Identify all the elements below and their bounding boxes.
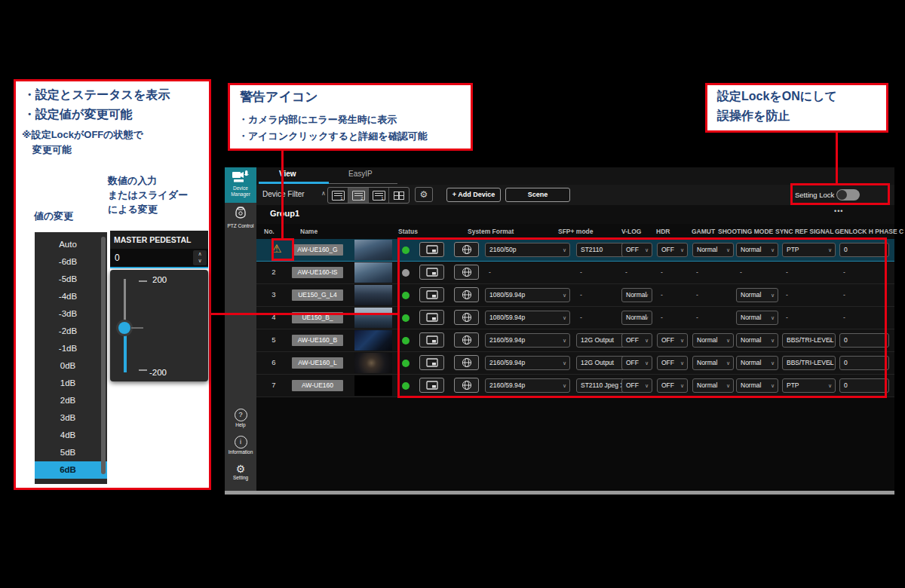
gain-option[interactable]: 6dB bbox=[35, 461, 107, 479]
screen-button[interactable] bbox=[419, 355, 444, 370]
sidebar-item-ptz-control[interactable]: PTZ Control bbox=[225, 203, 256, 236]
setting-lock-toggle[interactable] bbox=[836, 189, 860, 201]
table-row[interactable]: 4UE150_B_1080/59.94p∨-Normal∨--Normal∨-- bbox=[256, 307, 894, 329]
gain-option[interactable]: 0dB bbox=[35, 357, 107, 375]
v-log-select[interactable]: OFF∨ bbox=[621, 333, 652, 348]
system-format-select[interactable]: 2160/59.94p∨ bbox=[485, 333, 570, 348]
web-button[interactable] bbox=[454, 355, 479, 370]
screen-button[interactable] bbox=[419, 310, 444, 325]
gain-option[interactable]: 2dB bbox=[35, 392, 107, 409]
table-row[interactable]: 2AW-UE160-IS-------- bbox=[256, 262, 894, 284]
gamut-select[interactable]: Normal∨ bbox=[692, 243, 734, 257]
genlock-h-phase-input[interactable]: 0 bbox=[839, 243, 889, 257]
scene-management-button[interactable]: Scene Management bbox=[505, 188, 570, 202]
gain-option[interactable]: -4dB bbox=[35, 288, 107, 305]
table-row[interactable]: 6AW-UE160_L2160/59.94p∨12G Output∨OFF∨OF… bbox=[256, 352, 894, 375]
sidebar-item-setting[interactable]: ⚙ Setting bbox=[225, 463, 256, 481]
gain-option[interactable]: -1dB bbox=[35, 340, 107, 357]
genlock-h-phase-input[interactable]: 0 bbox=[839, 378, 889, 393]
screen-button[interactable] bbox=[419, 265, 444, 280]
web-button[interactable] bbox=[454, 287, 479, 302]
v-log-select[interactable]: OFF∨ bbox=[621, 378, 652, 393]
camera-thumbnail[interactable] bbox=[354, 285, 392, 305]
table-row[interactable]: 3UE150_G_L41080/59.94p∨-Normal∨--Normal∨… bbox=[256, 284, 894, 307]
gamut-select[interactable]: Normal∨ bbox=[692, 378, 734, 393]
add-device-button[interactable]: + Add Device bbox=[446, 188, 501, 202]
genlock-h-phase-value: - bbox=[839, 265, 889, 280]
gain-option[interactable]: 1dB bbox=[35, 375, 107, 392]
system-format-select[interactable]: 2160/59.94p∨ bbox=[485, 356, 570, 370]
layout-list1-button[interactable]: 1 bbox=[328, 188, 348, 203]
hdr-select[interactable]: OFF∨ bbox=[657, 333, 688, 348]
v-log-select[interactable]: OFF∨ bbox=[621, 243, 652, 257]
gain-option[interactable]: 3dB bbox=[35, 409, 107, 427]
shooting-mode-select[interactable]: Normal∨ bbox=[736, 356, 778, 370]
hdr-select[interactable]: OFF∨ bbox=[657, 378, 688, 393]
chevron-up-icon[interactable]: ∧ bbox=[321, 190, 326, 197]
gain-option[interactable]: 5dB bbox=[35, 444, 107, 461]
screen-button[interactable] bbox=[419, 242, 444, 257]
sync-ref-signal-select[interactable]: PTP∨ bbox=[782, 378, 836, 393]
hdr-select[interactable]: OFF∨ bbox=[657, 243, 688, 257]
gamut-select[interactable]: Normal∨ bbox=[692, 333, 734, 348]
camera-thumbnail[interactable] bbox=[354, 375, 392, 396]
camera-thumbnail[interactable] bbox=[354, 262, 392, 283]
genlock-h-phase-input[interactable]: 0 bbox=[839, 333, 889, 348]
camera-thumbnail[interactable] bbox=[354, 240, 392, 260]
master-pedestal-input[interactable]: 0 ∧∨ bbox=[110, 249, 208, 268]
gain-option[interactable]: -2dB bbox=[35, 323, 107, 340]
warning-icon[interactable]: ⚠ bbox=[272, 242, 281, 256]
system-format-select[interactable]: 1080/59.94p∨ bbox=[485, 311, 570, 325]
v-log-select[interactable]: OFF∨ bbox=[621, 356, 652, 370]
sync-ref-signal-select[interactable]: PTP∨ bbox=[782, 243, 836, 257]
shooting-mode-select[interactable]: Normal∨ bbox=[736, 288, 778, 302]
sidebar-item-help[interactable]: ? Help bbox=[225, 409, 256, 428]
gain-option[interactable]: 4dB bbox=[35, 427, 107, 444]
v-log-select[interactable]: Normal∨ bbox=[621, 311, 652, 325]
system-format-value: - bbox=[485, 265, 570, 280]
shooting-mode-select[interactable]: Normal∨ bbox=[736, 243, 778, 257]
hdr-select[interactable]: OFF∨ bbox=[657, 356, 688, 370]
camera-thumbnail[interactable] bbox=[354, 353, 392, 373]
shooting-mode-select[interactable]: Normal∨ bbox=[736, 333, 778, 348]
gain-option[interactable]: -6dB bbox=[35, 253, 107, 271]
web-button[interactable] bbox=[454, 332, 479, 348]
sidebar-item-device-manager[interactable]: Device Manager bbox=[225, 167, 256, 203]
table-row[interactable]: 5AW-UE160_B2160/59.94p∨12G Output∨OFF∨OF… bbox=[256, 329, 894, 352]
web-button[interactable] bbox=[454, 265, 479, 280]
table-row[interactable]: 7AW-UE1602160/59.94p∨ST2110 Jpeg XS∨OFF∨… bbox=[256, 375, 894, 397]
camera-thumbnail[interactable] bbox=[354, 330, 392, 351]
shooting-mode-select[interactable]: Normal∨ bbox=[736, 311, 778, 325]
shooting-mode-select[interactable]: Normal∨ bbox=[736, 378, 778, 393]
gain-option[interactable]: -3dB bbox=[35, 305, 107, 323]
layout-list2-button[interactable]: 2 bbox=[348, 188, 369, 203]
sidebar-item-information[interactable]: i Information bbox=[225, 436, 256, 455]
layout-detail-button[interactable]: 1 bbox=[369, 188, 389, 203]
system-format-select[interactable]: 1080/59.94p∨ bbox=[485, 288, 570, 302]
spinner-control[interactable]: ∧∨ bbox=[193, 250, 207, 265]
genlock-h-phase-input[interactable]: 0 bbox=[839, 356, 889, 370]
sync-ref-signal-select[interactable]: BBS/TRI-LEVEL∨ bbox=[782, 333, 836, 348]
system-format-select[interactable]: 2160/50p∨ bbox=[485, 243, 570, 257]
web-button[interactable] bbox=[454, 310, 479, 325]
slider-thumb[interactable] bbox=[118, 322, 130, 334]
table-row[interactable]: ⚠AW-UE160_G2160/50p∨ST2110∨OFF∨OFF∨Norma… bbox=[256, 239, 894, 262]
web-button[interactable] bbox=[454, 378, 479, 393]
screen-button[interactable] bbox=[419, 378, 444, 393]
screen-button[interactable] bbox=[419, 332, 444, 348]
gain-option[interactable]: -5dB bbox=[35, 271, 107, 288]
system-format-select[interactable]: 2160/59.94p∨ bbox=[485, 378, 570, 393]
gamut-select[interactable]: Normal∨ bbox=[692, 356, 734, 370]
screen-button[interactable] bbox=[419, 287, 444, 302]
tab-easyip[interactable]: EasyIP bbox=[348, 170, 373, 178]
scrollbar[interactable] bbox=[101, 237, 106, 474]
web-button[interactable] bbox=[454, 242, 479, 257]
gain-option[interactable]: Auto bbox=[35, 236, 107, 253]
sync-ref-signal-select[interactable]: BBS/TRI-LEVEL∨ bbox=[782, 356, 836, 370]
group-menu-dots[interactable]: ••• bbox=[834, 207, 843, 215]
layout-grid-button[interactable] bbox=[389, 188, 409, 203]
v-log-select[interactable]: Normal∨ bbox=[621, 288, 652, 302]
view-settings-gear-button[interactable]: ⚙ bbox=[415, 187, 433, 202]
camera-thumbnail[interactable] bbox=[354, 308, 392, 328]
column-header: SYNC REF SIGNAL bbox=[775, 228, 833, 235]
